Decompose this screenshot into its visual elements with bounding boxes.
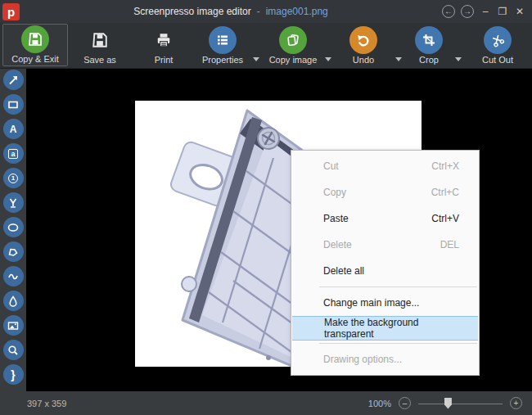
menu-item-label: Copy bbox=[323, 187, 431, 198]
toolbar-button-label: Print bbox=[131, 55, 196, 65]
save-icon bbox=[21, 25, 49, 53]
menu-separator bbox=[319, 343, 477, 344]
screenpresso-logo-icon: p bbox=[2, 3, 20, 20]
menu-item-delete-all[interactable]: Delete all bbox=[291, 258, 479, 284]
minimize-icon[interactable]: – bbox=[480, 6, 491, 17]
open-filename: image001.png bbox=[266, 6, 328, 17]
arrow-tool-button[interactable] bbox=[3, 70, 24, 90]
zoom-slider[interactable] bbox=[418, 398, 503, 409]
toolbar-button-label: Properties bbox=[190, 55, 255, 65]
copy-image-button[interactable]: Copy image bbox=[260, 25, 326, 66]
menu-item-paste[interactable]: Paste Ctrl+V bbox=[291, 205, 479, 232]
highlighter-icon bbox=[7, 196, 20, 210]
squiggle-icon bbox=[7, 270, 20, 283]
number-badge-icon: 1 bbox=[8, 174, 18, 183]
save-as-icon bbox=[86, 26, 114, 54]
text-box-tool-button[interactable]: a bbox=[3, 143, 24, 164]
window-title: Screenpresso image editor - image001.png bbox=[20, 6, 442, 17]
menu-item-label: Delete all bbox=[323, 265, 459, 277]
ellipse-icon bbox=[7, 221, 20, 234]
zoom-in-button[interactable]: + bbox=[510, 397, 522, 409]
menu-item-shortcut: DEL bbox=[440, 239, 459, 250]
toolbar-button-label: Copy & Exit bbox=[3, 54, 67, 64]
zoom-slider-rail bbox=[418, 404, 503, 404]
crop-icon bbox=[415, 26, 443, 54]
menu-item-change-main-image[interactable]: Change main image... bbox=[291, 290, 479, 316]
droplet-icon bbox=[7, 295, 20, 308]
save-as-button[interactable]: Save as bbox=[67, 25, 133, 66]
menu-item-label: Delete bbox=[323, 239, 440, 250]
toolbar-button-label: Undo bbox=[331, 55, 396, 65]
cut-out-button[interactable]: Cut Out bbox=[465, 25, 530, 66]
menu-item-make-background-transparent[interactable]: Make the background transparent bbox=[292, 316, 478, 341]
rectangle-icon bbox=[7, 98, 20, 111]
status-bar: 397 x 359 100% – + bbox=[0, 391, 532, 415]
menu-item-shortcut: Ctrl+X bbox=[431, 160, 459, 172]
title-bar: p Screenpresso image editor - image001.p… bbox=[0, 0, 532, 23]
rectangle-tool-button[interactable] bbox=[3, 94, 24, 115]
properties-list-icon bbox=[209, 26, 237, 54]
toolbar-button-label: Save as bbox=[67, 55, 133, 65]
text-tool-button[interactable]: A bbox=[3, 119, 24, 139]
image-tool-button[interactable] bbox=[3, 315, 24, 336]
image-icon bbox=[7, 319, 20, 332]
zoom-slider-handle[interactable] bbox=[444, 398, 452, 409]
menu-item-label: Cut bbox=[323, 160, 431, 172]
copy-pages-icon bbox=[279, 26, 307, 54]
main-toolbar: Copy & Exit Save as bbox=[0, 23, 532, 69]
menu-item-label: Drawing options... bbox=[323, 354, 459, 365]
editor-canvas[interactable]: Cut Ctrl+X Copy Ctrl+C Paste Ctrl+V Dele… bbox=[26, 69, 532, 391]
print-button[interactable]: Print bbox=[131, 25, 196, 66]
zoom-level-label: 100% bbox=[368, 399, 391, 408]
menu-item-label: Change main image... bbox=[323, 297, 459, 309]
ellipse-tool-button[interactable] bbox=[3, 217, 24, 237]
context-menu: Cut Ctrl+X Copy Ctrl+C Paste Ctrl+V Dele… bbox=[291, 150, 480, 376]
maximize-icon[interactable]: ❐ bbox=[497, 6, 508, 17]
highlighter-tool-button[interactable] bbox=[3, 192, 24, 213]
window-controls: ← → – ❐ ✕ bbox=[442, 5, 525, 18]
image-size-label: 397 x 359 bbox=[27, 399, 66, 408]
menu-item-drawing-options[interactable]: Drawing options... bbox=[291, 346, 479, 372]
title-separator: - bbox=[257, 6, 260, 17]
undo-arrow-icon bbox=[349, 26, 377, 54]
close-icon[interactable]: ✕ bbox=[514, 6, 525, 17]
magnifier-icon bbox=[7, 344, 20, 357]
brace-tool-button[interactable]: } bbox=[3, 364, 24, 385]
blur-tool-button[interactable] bbox=[3, 291, 24, 311]
back-icon[interactable]: ← bbox=[442, 5, 455, 18]
zoom-controls: 100% – + bbox=[368, 397, 522, 409]
polygon-icon bbox=[7, 246, 20, 259]
menu-item-delete[interactable]: Delete DEL bbox=[291, 232, 479, 258]
polygon-tool-button[interactable] bbox=[3, 241, 24, 262]
chevron-down-icon bbox=[455, 57, 462, 61]
chevron-down-icon bbox=[253, 57, 259, 61]
brace-icon: } bbox=[11, 368, 15, 381]
menu-item-copy[interactable]: Copy Ctrl+C bbox=[291, 179, 479, 205]
menu-item-shortcut: Ctrl+V bbox=[431, 213, 459, 224]
toolbar-button-label: Copy image bbox=[260, 55, 326, 65]
menu-item-shortcut: Ctrl+C bbox=[431, 187, 459, 198]
magnifier-tool-button[interactable] bbox=[3, 340, 24, 360]
text-box-icon: a bbox=[8, 149, 17, 159]
arrow-icon bbox=[7, 74, 20, 87]
properties-button[interactable]: Properties bbox=[190, 25, 255, 66]
screenpresso-editor-window: p Screenpresso image editor - image001.p… bbox=[0, 0, 532, 415]
numbering-tool-button[interactable]: 1 bbox=[3, 168, 24, 188]
forward-icon[interactable]: → bbox=[461, 5, 474, 18]
menu-item-label: Paste bbox=[323, 213, 431, 224]
text-icon: A bbox=[10, 124, 17, 134]
scissors-icon bbox=[484, 26, 512, 54]
undo-button[interactable]: Undo bbox=[331, 25, 396, 66]
app-title: Screenpresso image editor bbox=[133, 6, 250, 17]
zoom-out-button[interactable]: – bbox=[399, 397, 411, 409]
printer-icon bbox=[150, 26, 178, 54]
menu-item-label: Make the background transparent bbox=[324, 317, 458, 340]
crop-dropdown-caret[interactable] bbox=[452, 57, 465, 67]
drawing-tools-sidebar: A a 1 bbox=[0, 69, 26, 391]
toolbar-button-label: Cut Out bbox=[465, 55, 530, 65]
menu-item-cut[interactable]: Cut Ctrl+X bbox=[291, 153, 479, 179]
menu-separator bbox=[319, 286, 477, 287]
copy-exit-button[interactable]: Copy & Exit bbox=[2, 24, 68, 66]
freehand-tool-button[interactable] bbox=[3, 266, 24, 286]
